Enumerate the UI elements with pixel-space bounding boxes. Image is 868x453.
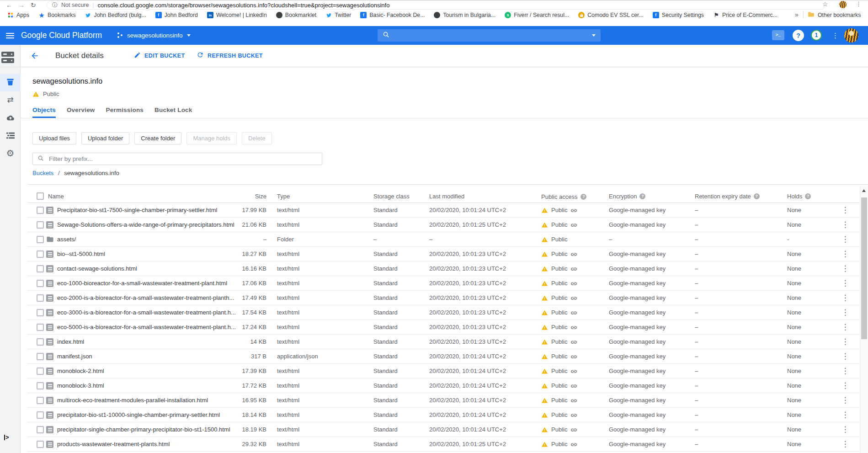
bookmark-item[interactable]: Tourism in Bulgaria...	[434, 12, 495, 18]
tab-objects[interactable]: Objects	[32, 104, 56, 118]
row-menu-button[interactable]: ⋮	[840, 378, 851, 393]
row-menu-button[interactable]: ⋮	[840, 349, 851, 364]
storage-servers-icon[interactable]	[1, 52, 14, 64]
browser-refresh-icon[interactable]: ↻	[31, 0, 36, 10]
row-menu-button[interactable]: ⋮	[840, 408, 851, 422]
breadcrumb-buckets-link[interactable]: Buckets	[32, 170, 53, 176]
row-checkbox[interactable]	[37, 236, 44, 243]
row-menu-button[interactable]: ⋮	[840, 437, 851, 452]
copy-public-link-icon[interactable]	[570, 251, 577, 258]
sidebar-item-transfer-jobs[interactable]	[0, 128, 21, 145]
scrollbar-up-arrow[interactable]	[862, 189, 866, 192]
profile-avatar[interactable]	[844, 28, 858, 43]
row-menu-button[interactable]: ⋮	[840, 335, 851, 349]
row-menu-button[interactable]: ⋮	[840, 422, 851, 437]
help-icon[interactable]	[580, 194, 586, 200]
copy-public-link-icon[interactable]	[570, 207, 577, 214]
row-checkbox[interactable]	[37, 294, 44, 302]
object-name-link[interactable]: manifest.json	[57, 349, 92, 364]
object-name-link[interactable]: products-wastewater-treatment-plants.htm…	[57, 437, 170, 452]
object-name-link[interactable]: monoblock-3.html	[57, 378, 104, 393]
copy-public-link-icon[interactable]	[570, 368, 577, 375]
row-menu-button[interactable]: ⋮	[840, 203, 851, 218]
object-name-link[interactable]: contact-sewage-solutions.html	[57, 261, 137, 276]
other-bookmarks-button[interactable]: Other bookmarks	[808, 10, 861, 21]
header-more-icon[interactable]: ⋮	[832, 26, 839, 45]
object-name-link[interactable]: assets/	[57, 232, 76, 247]
bookmark-item[interactable]: Twitter	[325, 12, 351, 18]
gcp-logo[interactable]: Google Cloud Platform	[21, 26, 102, 45]
object-name-link[interactable]: precipitator-bio-st1-10000-single-chambe…	[57, 408, 220, 422]
search-dropdown-icon[interactable]	[592, 34, 596, 37]
bookmark-item[interactable]: Apps	[7, 12, 29, 18]
row-checkbox[interactable]	[37, 368, 44, 375]
row-menu-button[interactable]: ⋮	[840, 291, 851, 305]
sidebar-item-transfer-arrows[interactable]: ⇄	[0, 91, 21, 108]
object-name-link[interactable]: multirock-eco-treatment-modules-parallel…	[57, 393, 208, 408]
row-menu-button[interactable]: ⋮	[840, 305, 851, 320]
object-name-link[interactable]: index.html	[57, 335, 84, 349]
bookmark-star-icon[interactable]: ☆	[822, 0, 828, 8]
tab-bucket-lock[interactable]: Bucket Lock	[154, 104, 192, 118]
object-name-link[interactable]: Precipitator-bio-st1-7500-single-chamber…	[57, 203, 217, 218]
row-checkbox[interactable]	[37, 280, 44, 287]
bookmark-item[interactable]: fiFiverr / Search resul...	[505, 12, 569, 18]
notifications-badge[interactable]: 1	[811, 30, 822, 41]
sidebar-item-cloud-upload[interactable]	[0, 110, 21, 128]
row-checkbox[interactable]	[37, 411, 44, 419]
browser-back-icon[interactable]: ←	[6, 0, 12, 10]
scrollbar-thumb[interactable]	[861, 197, 867, 339]
copy-public-link-icon[interactable]	[570, 222, 577, 229]
help-icon[interactable]: ?	[793, 30, 804, 41]
upload-files-button[interactable]: Upload files	[32, 132, 76, 144]
row-checkbox[interactable]	[37, 353, 44, 360]
copy-public-link-icon[interactable]	[570, 397, 577, 404]
browser-menu-icon[interactable]: ⋮	[856, 0, 862, 7]
row-menu-button[interactable]: ⋮	[840, 276, 851, 291]
object-name-link[interactable]: bio--st1-5000.html	[57, 247, 105, 261]
hamburger-menu-icon[interactable]	[6, 33, 14, 40]
header-search-box[interactable]	[378, 29, 601, 42]
manage-holds-button[interactable]: Manage holds	[186, 132, 237, 144]
tab-permissions[interactable]: Permissions	[106, 104, 144, 118]
sidebar-item-bucket-browser[interactable]	[0, 74, 21, 91]
row-checkbox[interactable]	[37, 397, 44, 404]
object-name-link[interactable]: monoblock-2.html	[57, 364, 104, 378]
row-menu-button[interactable]: ⋮	[840, 261, 851, 276]
copy-public-link-icon[interactable]	[570, 309, 577, 316]
address-bar[interactable]: ⓘ Not secure | console.cloud.google.com/…	[47, 0, 825, 10]
row-checkbox[interactable]	[37, 250, 44, 258]
browser-forward-icon[interactable]: →	[18, 0, 25, 10]
copy-public-link-icon[interactable]	[570, 441, 577, 448]
row-checkbox[interactable]	[37, 265, 44, 272]
bookmark-item[interactable]: John Bedford (bulg...	[85, 12, 146, 18]
upload-folder-button[interactable]: Upload folder	[81, 132, 129, 144]
copy-public-link-icon[interactable]	[570, 339, 577, 346]
row-checkbox[interactable]	[37, 221, 44, 229]
row-checkbox[interactable]	[37, 441, 44, 448]
bookmark-item[interactable]: fSecurity Settings	[653, 12, 704, 18]
cloud-shell-icon[interactable]: >_	[772, 30, 784, 40]
bookmark-item[interactable]: ⚑Price of E-Commerc...	[713, 12, 777, 18]
delete-button[interactable]: Delete	[242, 132, 272, 144]
row-menu-button[interactable]: ⋮	[840, 364, 851, 378]
row-menu-button[interactable]: ⋮	[840, 320, 851, 335]
copy-public-link-icon[interactable]	[570, 426, 577, 433]
create-folder-button[interactable]: Create folder	[134, 132, 181, 144]
bookmark-item[interactable]: ★Bookmarks	[38, 12, 76, 18]
row-checkbox[interactable]	[37, 382, 44, 389]
sidebar-item-settings-gear[interactable]: ⚙	[0, 144, 21, 162]
help-icon[interactable]	[639, 193, 645, 199]
edit-bucket-button[interactable]: EDIT BUCKET	[134, 45, 185, 66]
row-checkbox[interactable]	[37, 207, 44, 214]
row-menu-button[interactable]: ⋮	[840, 218, 851, 232]
row-checkbox[interactable]	[37, 309, 44, 316]
row-menu-button[interactable]: ⋮	[840, 247, 851, 261]
select-all-checkbox[interactable]	[37, 192, 44, 200]
back-arrow-icon[interactable]	[30, 51, 39, 62]
project-selector[interactable]: sewagesolutionsinfo	[117, 26, 191, 45]
help-icon[interactable]	[754, 193, 760, 199]
refresh-bucket-button[interactable]: REFRESH BUCKET	[197, 45, 263, 66]
bookmark-item[interactable]: fJohn Bedford	[155, 12, 198, 18]
expand-sidebar-icon[interactable]: >	[4, 434, 9, 440]
